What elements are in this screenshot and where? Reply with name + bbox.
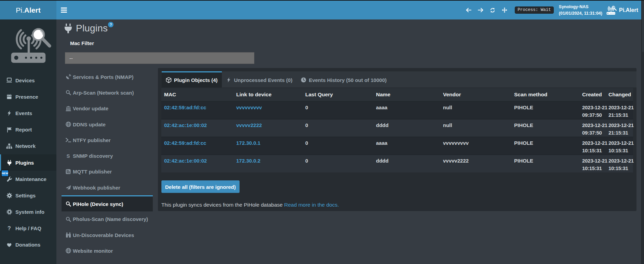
sidebar-item-settings[interactable]: Settings [0,187,56,204]
sidebar-item-system-info[interactable]: System info [0,204,56,220]
sidebar-item-network[interactable]: Network [0,138,56,154]
column-header-name[interactable]: Name [373,88,440,101]
bolt-icon [6,110,13,116]
sidebar-item-plugins[interactable]: Plugins [0,154,56,171]
nav-back-button[interactable] [466,8,471,13]
binoculars-icon [65,232,71,238]
globe-icon [65,122,71,127]
arrow-left-icon [466,8,471,13]
plugin-menu-label: Vendor update [73,106,108,111]
bank-icon [65,106,71,111]
cell-last-query: 0 [303,137,373,155]
arrows-move-icon [502,7,507,13]
mac-link[interactable]: 02:42:ac:1e:00:02 [164,122,207,128]
sidebar-item-presence[interactable]: Presence [0,88,56,105]
column-header-mac[interactable]: MAC [161,88,233,101]
plugin-menu-item-pholus-scan[interactable]: Pholus-Scan (Name discovery) [62,211,153,227]
cell-vendor: null [440,119,511,137]
sidebar-item-label: Settings [15,193,36,198]
cell-name: aaaa [373,101,440,119]
sidebar-toggle-button[interactable] [61,1,75,19]
refresh-icon [490,8,495,13]
sidebar-item-help-faq[interactable]: ? Help / FAQ [0,220,56,237]
search-icon [65,201,71,207]
column-header-created[interactable]: Created [579,88,606,101]
satellite-dish-icon [65,74,71,80]
window-top-edge [0,0,644,1]
tab-events-history[interactable]: Events History (50 out of 10000) [296,71,391,87]
process-status-badge[interactable]: Process: Wait [515,6,554,14]
sitemap-icon [6,143,13,149]
letter-s-icon: S [65,153,71,159]
plugin-menu-label: Arp-Scan (Network scan) [73,90,134,96]
tab-label: Unprocessed Events (0) [234,77,293,83]
plugin-docs-link[interactable]: Read more in the docs. [284,202,339,208]
nav-forward-button[interactable] [478,8,483,13]
column-header-changed[interactable]: Changed [606,88,633,101]
help-badge[interactable]: ? [108,22,113,27]
brand-logo[interactable]: Pi.Alert [0,1,56,19]
scrollbar-thumb[interactable] [642,1,644,52]
plugin-menu-item-pihole-device-sync[interactable]: PiHole (Device sync) [62,195,153,211]
device-link[interactable]: vvvvvvvvv [236,105,262,110]
plugin-menu-item-vendor-update[interactable]: Vendor update [62,101,153,116]
mac-filter-input[interactable] [65,52,254,64]
host-name: Synology-NAS [559,4,602,10]
sidebar-item-donations[interactable]: Donations [0,237,56,253]
plugin-menu-item-website-monitor[interactable]: Website monitor [62,243,153,259]
cell-last-query: 0 [303,119,373,137]
sidebar-item-label: Events [15,110,32,116]
table-row: 02:42:59:ad:fd:cc 172.30.0.1 0 aaaa vvvv… [161,137,633,155]
heart-icon [6,242,13,248]
nav-refresh-button[interactable] [490,8,495,13]
sidebar-item-label: System info [15,209,44,215]
cell-name: dddd [373,119,440,137]
sidebar-item-events[interactable]: Events [0,105,56,121]
plugin-menu-label: Webhook publisher [73,185,120,191]
mac-link[interactable]: 02:42:59:ad:fd:cc [164,105,206,110]
plugin-menu-item-un-discoverable-devices[interactable]: Un-Discoverable Devices [62,227,153,243]
device-link[interactable]: vvvvv2222 [236,122,262,128]
sidebar-item-report[interactable]: Report [0,122,56,138]
plugin-menu-item-arp-scan[interactable]: Arp-Scan (Network scan) [62,85,153,100]
plugin-menu-item-snmp-discovery[interactable]: S SNMP discovery [62,148,153,164]
plugin-menu-item-ntfy-publisher[interactable]: NTFY publisher [62,132,153,148]
plugin-menu-item-mqtt-publisher[interactable]: MQTT publisher [62,164,153,180]
tab-plugin-objects[interactable]: Plugin Objects (4) [162,71,222,87]
maintenance-new-badge: NEW [1,170,9,177]
sidebar-item-devices[interactable]: Devices [0,72,56,88]
plugin-menu-item-webhook-publisher[interactable]: Webhook publisher [62,180,153,195]
plugin-menu-label: Un-Discoverable Devices [73,232,134,238]
tab-bar: Plugin Objects (4) Unprocessed Events (0… [162,71,636,87]
mac-filter-label: Mac Filter [70,40,94,46]
mac-link[interactable]: 02:42:ac:1e:00:02 [164,158,207,164]
microchip-icon [6,209,13,215]
cell-last-query: 0 [303,155,373,172]
search-icon [65,90,71,96]
cell-vendor: vvvvvvvvv [440,137,511,155]
plugin-menu-item-ddns-update[interactable]: DDNS update [62,116,153,132]
page-scrollbar[interactable] [641,0,644,264]
nav-maximize-button[interactable] [502,8,507,13]
delete-all-button[interactable]: Delete all (filters are ignored) [161,180,240,193]
table-header-row: MAC Link to device Last Query Name Vendo… [161,88,633,101]
column-header-last-query[interactable]: Last Query [303,88,373,101]
device-link[interactable]: 172.30.0.2 [236,158,260,164]
mac-link[interactable]: 02:42:59:ad:fd:cc [164,140,206,146]
brand-prefix: Pi. [16,6,24,14]
plugin-menu-item-services-ports-nmap[interactable]: Services & Ports (NMAP) [62,69,153,85]
sidebar-menu: Devices Presence Events Report Network [0,72,56,253]
plugin-menu: Services & Ports (NMAP) Arp-Scan (Networ… [62,69,153,259]
tab-unprocessed-events[interactable]: Unprocessed Events (0) [222,71,297,87]
cell-changed: 2023-12-2110:15:31 [606,155,633,172]
device-link[interactable]: 172.30.0.1 [236,140,260,146]
table-row: 02:42:59:ad:fd:cc vvvvvvvvv 0 aaaa null … [161,101,633,119]
column-header-vendor[interactable]: Vendor [440,88,511,101]
cell-changed: 2023-12-2121:15:31 [606,119,633,137]
cell-scan-method: PIHOLE [511,101,579,119]
terminal-icon [65,137,71,143]
column-header-link-to-device[interactable]: Link to device [233,88,303,101]
sidebar-item-label: Maintenance [15,176,46,182]
plugin-menu-label: Pholus-Scan (Name discovery) [73,216,148,222]
column-header-scan-method[interactable]: Scan method [511,88,579,101]
